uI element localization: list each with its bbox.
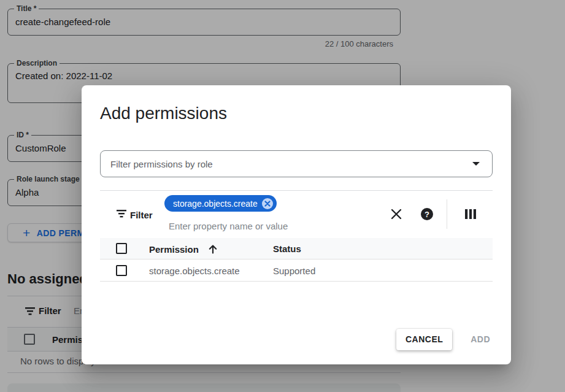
role-dropdown-placeholder: Filter permissions by role <box>110 159 472 169</box>
filter-permissions-by-role-dropdown[interactable]: Filter permissions by role <box>100 150 493 177</box>
permissions-filter-toolbar: Filter storage.objects.create Enter prop… <box>100 191 493 238</box>
cancel-button[interactable]: CANCEL <box>396 329 452 350</box>
filter-help-button[interactable]: ? <box>420 207 434 221</box>
chip-remove-icon[interactable] <box>262 198 273 209</box>
permissions-table-header: Permission Status <box>100 238 493 259</box>
dialog-title: Add permissions <box>100 104 227 123</box>
close-icon <box>390 208 402 220</box>
permission-column-header[interactable]: Permission <box>149 244 218 255</box>
select-all-checkbox[interactable] <box>116 243 127 254</box>
row-checkbox[interactable] <box>116 265 127 276</box>
filter-icon <box>116 209 127 218</box>
chevron-down-icon <box>472 162 480 166</box>
clear-filters-button[interactable] <box>389 207 404 221</box>
add-permissions-dialog: Add permissions Filter permissions by ro… <box>82 85 511 364</box>
table-row[interactable]: storage.objects.create Supported <box>100 259 493 282</box>
status-cell: Supported <box>273 266 315 276</box>
add-button[interactable]: ADD <box>468 329 493 349</box>
permission-column-label: Permission <box>149 244 199 255</box>
sort-ascending-icon <box>207 244 218 255</box>
permission-cell: storage.objects.create <box>149 266 240 276</box>
column-display-options-button[interactable] <box>463 207 478 221</box>
filter-chip[interactable]: storage.objects.create <box>164 195 277 212</box>
status-column-header[interactable]: Status <box>273 244 301 254</box>
filter-input-placeholder[interactable]: Enter property name or value <box>169 221 288 231</box>
filter-label: Filter <box>130 210 153 220</box>
toolbar-divider <box>447 199 447 229</box>
filter-chip-label: storage.objects.create <box>173 199 258 209</box>
columns-icon <box>464 208 477 220</box>
help-icon: ? <box>421 208 433 220</box>
dialog-actions: CANCEL ADD <box>396 328 493 350</box>
